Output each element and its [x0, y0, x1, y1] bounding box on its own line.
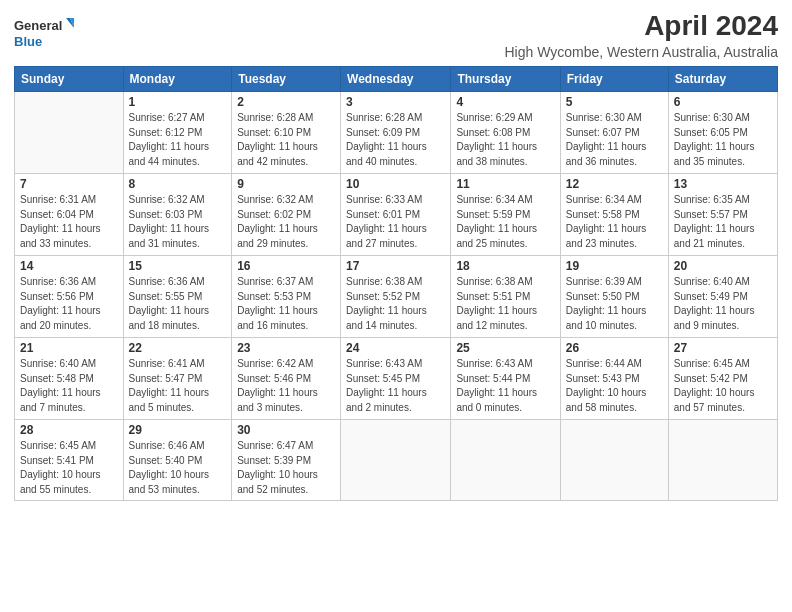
calendar-day-cell: 9Sunrise: 6:32 AMSunset: 6:02 PMDaylight… [232, 174, 341, 256]
day-number: 9 [237, 177, 335, 191]
calendar-week-row: 7Sunrise: 6:31 AMSunset: 6:04 PMDaylight… [15, 174, 778, 256]
calendar-day-cell [341, 420, 451, 501]
day-info: Sunrise: 6:41 AMSunset: 5:47 PMDaylight:… [129, 357, 227, 415]
calendar-day-cell: 24Sunrise: 6:43 AMSunset: 5:45 PMDayligh… [341, 338, 451, 420]
day-info: Sunrise: 6:36 AMSunset: 5:55 PMDaylight:… [129, 275, 227, 333]
day-number: 7 [20, 177, 118, 191]
day-number: 23 [237, 341, 335, 355]
day-info: Sunrise: 6:34 AMSunset: 5:59 PMDaylight:… [456, 193, 554, 251]
day-info: Sunrise: 6:32 AMSunset: 6:02 PMDaylight:… [237, 193, 335, 251]
day-info: Sunrise: 6:30 AMSunset: 6:05 PMDaylight:… [674, 111, 772, 169]
day-info: Sunrise: 6:28 AMSunset: 6:10 PMDaylight:… [237, 111, 335, 169]
day-number: 12 [566, 177, 663, 191]
calendar-day-cell: 29Sunrise: 6:46 AMSunset: 5:40 PMDayligh… [123, 420, 232, 501]
calendar-day-cell [15, 92, 124, 174]
day-number: 18 [456, 259, 554, 273]
day-info: Sunrise: 6:47 AMSunset: 5:39 PMDaylight:… [237, 439, 335, 497]
day-number: 10 [346, 177, 445, 191]
day-info: Sunrise: 6:45 AMSunset: 5:42 PMDaylight:… [674, 357, 772, 415]
page: General Blue April 2024 High Wycombe, We… [0, 0, 792, 612]
svg-text:Blue: Blue [14, 34, 42, 49]
calendar-day-cell: 12Sunrise: 6:34 AMSunset: 5:58 PMDayligh… [560, 174, 668, 256]
col-thursday: Thursday [451, 67, 560, 92]
calendar-day-cell: 28Sunrise: 6:45 AMSunset: 5:41 PMDayligh… [15, 420, 124, 501]
day-number: 26 [566, 341, 663, 355]
subtitle: High Wycombe, Western Australia, Austral… [504, 44, 778, 60]
calendar-day-cell: 10Sunrise: 6:33 AMSunset: 6:01 PMDayligh… [341, 174, 451, 256]
calendar-day-cell: 8Sunrise: 6:32 AMSunset: 6:03 PMDaylight… [123, 174, 232, 256]
day-number: 30 [237, 423, 335, 437]
svg-text:General: General [14, 18, 62, 33]
col-friday: Friday [560, 67, 668, 92]
day-info: Sunrise: 6:46 AMSunset: 5:40 PMDaylight:… [129, 439, 227, 497]
calendar-day-cell: 16Sunrise: 6:37 AMSunset: 5:53 PMDayligh… [232, 256, 341, 338]
calendar-day-cell: 26Sunrise: 6:44 AMSunset: 5:43 PMDayligh… [560, 338, 668, 420]
day-number: 8 [129, 177, 227, 191]
day-number: 16 [237, 259, 335, 273]
calendar-day-cell: 14Sunrise: 6:36 AMSunset: 5:56 PMDayligh… [15, 256, 124, 338]
day-number: 15 [129, 259, 227, 273]
day-info: Sunrise: 6:38 AMSunset: 5:51 PMDaylight:… [456, 275, 554, 333]
day-info: Sunrise: 6:43 AMSunset: 5:45 PMDaylight:… [346, 357, 445, 415]
calendar-week-row: 28Sunrise: 6:45 AMSunset: 5:41 PMDayligh… [15, 420, 778, 501]
day-info: Sunrise: 6:39 AMSunset: 5:50 PMDaylight:… [566, 275, 663, 333]
day-info: Sunrise: 6:35 AMSunset: 5:57 PMDaylight:… [674, 193, 772, 251]
day-info: Sunrise: 6:34 AMSunset: 5:58 PMDaylight:… [566, 193, 663, 251]
day-number: 22 [129, 341, 227, 355]
calendar-day-cell: 6Sunrise: 6:30 AMSunset: 6:05 PMDaylight… [668, 92, 777, 174]
day-number: 17 [346, 259, 445, 273]
calendar-day-cell: 5Sunrise: 6:30 AMSunset: 6:07 PMDaylight… [560, 92, 668, 174]
day-number: 20 [674, 259, 772, 273]
header: General Blue April 2024 High Wycombe, We… [14, 10, 778, 60]
calendar-day-cell: 23Sunrise: 6:42 AMSunset: 5:46 PMDayligh… [232, 338, 341, 420]
day-info: Sunrise: 6:40 AMSunset: 5:48 PMDaylight:… [20, 357, 118, 415]
calendar-week-row: 1Sunrise: 6:27 AMSunset: 6:12 PMDaylight… [15, 92, 778, 174]
day-number: 27 [674, 341, 772, 355]
day-number: 6 [674, 95, 772, 109]
day-number: 21 [20, 341, 118, 355]
col-wednesday: Wednesday [341, 67, 451, 92]
calendar-day-cell: 11Sunrise: 6:34 AMSunset: 5:59 PMDayligh… [451, 174, 560, 256]
logo-svg: General Blue [14, 14, 74, 50]
day-info: Sunrise: 6:30 AMSunset: 6:07 PMDaylight:… [566, 111, 663, 169]
calendar-day-cell: 19Sunrise: 6:39 AMSunset: 5:50 PMDayligh… [560, 256, 668, 338]
calendar-day-cell: 27Sunrise: 6:45 AMSunset: 5:42 PMDayligh… [668, 338, 777, 420]
day-info: Sunrise: 6:29 AMSunset: 6:08 PMDaylight:… [456, 111, 554, 169]
col-monday: Monday [123, 67, 232, 92]
day-info: Sunrise: 6:36 AMSunset: 5:56 PMDaylight:… [20, 275, 118, 333]
calendar-table: Sunday Monday Tuesday Wednesday Thursday… [14, 66, 778, 501]
calendar-day-cell: 18Sunrise: 6:38 AMSunset: 5:51 PMDayligh… [451, 256, 560, 338]
calendar-day-cell [560, 420, 668, 501]
calendar-day-cell: 4Sunrise: 6:29 AMSunset: 6:08 PMDaylight… [451, 92, 560, 174]
day-info: Sunrise: 6:45 AMSunset: 5:41 PMDaylight:… [20, 439, 118, 497]
calendar-week-row: 14Sunrise: 6:36 AMSunset: 5:56 PMDayligh… [15, 256, 778, 338]
calendar-day-cell: 3Sunrise: 6:28 AMSunset: 6:09 PMDaylight… [341, 92, 451, 174]
day-info: Sunrise: 6:38 AMSunset: 5:52 PMDaylight:… [346, 275, 445, 333]
calendar-day-cell: 17Sunrise: 6:38 AMSunset: 5:52 PMDayligh… [341, 256, 451, 338]
calendar-day-cell: 30Sunrise: 6:47 AMSunset: 5:39 PMDayligh… [232, 420, 341, 501]
day-number: 14 [20, 259, 118, 273]
calendar-week-row: 21Sunrise: 6:40 AMSunset: 5:48 PMDayligh… [15, 338, 778, 420]
day-info: Sunrise: 6:42 AMSunset: 5:46 PMDaylight:… [237, 357, 335, 415]
day-number: 3 [346, 95, 445, 109]
day-info: Sunrise: 6:37 AMSunset: 5:53 PMDaylight:… [237, 275, 335, 333]
day-info: Sunrise: 6:28 AMSunset: 6:09 PMDaylight:… [346, 111, 445, 169]
calendar-day-cell: 13Sunrise: 6:35 AMSunset: 5:57 PMDayligh… [668, 174, 777, 256]
calendar-day-cell: 7Sunrise: 6:31 AMSunset: 6:04 PMDaylight… [15, 174, 124, 256]
calendar-day-cell [668, 420, 777, 501]
day-number: 19 [566, 259, 663, 273]
day-number: 2 [237, 95, 335, 109]
day-number: 4 [456, 95, 554, 109]
day-info: Sunrise: 6:44 AMSunset: 5:43 PMDaylight:… [566, 357, 663, 415]
day-info: Sunrise: 6:40 AMSunset: 5:49 PMDaylight:… [674, 275, 772, 333]
calendar-header-row: Sunday Monday Tuesday Wednesday Thursday… [15, 67, 778, 92]
day-info: Sunrise: 6:32 AMSunset: 6:03 PMDaylight:… [129, 193, 227, 251]
calendar-day-cell: 22Sunrise: 6:41 AMSunset: 5:47 PMDayligh… [123, 338, 232, 420]
col-saturday: Saturday [668, 67, 777, 92]
calendar-day-cell: 25Sunrise: 6:43 AMSunset: 5:44 PMDayligh… [451, 338, 560, 420]
col-sunday: Sunday [15, 67, 124, 92]
calendar-day-cell: 15Sunrise: 6:36 AMSunset: 5:55 PMDayligh… [123, 256, 232, 338]
day-number: 13 [674, 177, 772, 191]
day-info: Sunrise: 6:43 AMSunset: 5:44 PMDaylight:… [456, 357, 554, 415]
day-number: 29 [129, 423, 227, 437]
